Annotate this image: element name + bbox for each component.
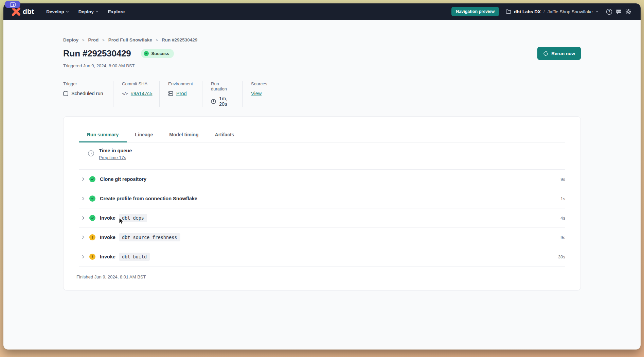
chevron-right-icon[interactable]: [81, 235, 85, 239]
chevron-right-icon[interactable]: [81, 177, 85, 181]
dbt-logo[interactable]: dbt: [12, 7, 34, 16]
settings-icon[interactable]: [625, 8, 632, 15]
step-command: dbt deps: [119, 214, 147, 222]
step-row-create-profile[interactable]: Create profile from connection Snowflake…: [79, 189, 565, 208]
svg-text:?: ?: [608, 10, 610, 14]
desktop-background: dbt Develop Deploy Explore Navigation pr…: [0, 0, 644, 357]
chevron-right-icon[interactable]: [81, 197, 85, 201]
step-row-clone-git[interactable]: Clone git repository 9s: [79, 170, 565, 189]
tab-run-summary[interactable]: Run summary: [79, 128, 127, 142]
step-duration: 1s: [560, 196, 565, 201]
tab-artifacts[interactable]: Artifacts: [207, 128, 243, 142]
breadcrumb-deploy[interactable]: Deploy: [63, 37, 78, 42]
top-navbar: dbt Develop Deploy Explore Navigation pr…: [3, 3, 641, 20]
finished-timestamp: Finished Jun 9, 2024, 8:01 AM BST: [76, 267, 565, 279]
timer-icon: [88, 150, 94, 158]
run-summary-card: Run summary Lineage Model timing Artifac…: [63, 116, 581, 290]
step-command: dbt source freshness: [119, 233, 180, 241]
queue-title: Time in queue: [99, 148, 132, 153]
screen-share-badge[interactable]: [5, 1, 20, 8]
step-command: dbt build: [119, 253, 150, 261]
environment-link[interactable]: Prod: [176, 91, 187, 96]
success-icon: [89, 196, 95, 202]
chevron-right-icon[interactable]: [81, 216, 85, 220]
meta-environment: Environment Prod: [159, 81, 202, 107]
project-name: Jaffle Shop Snowflake: [548, 9, 593, 14]
triggered-timestamp: Triggered Jun 9, 2024, 8:00 AM BST: [63, 63, 581, 68]
dbt-logo-icon: [12, 7, 20, 16]
success-icon: [89, 176, 95, 182]
meta-trigger: Trigger Scheduled run: [63, 81, 113, 107]
run-metadata: Trigger Scheduled run Commit SHA </> #: [63, 81, 581, 107]
success-icon: [144, 51, 149, 56]
folder-icon: [506, 9, 511, 14]
status-badge: Success: [141, 49, 174, 58]
rerun-now-button[interactable]: Rerun now: [537, 47, 581, 60]
code-icon: </>: [122, 91, 128, 96]
warning-icon: [89, 254, 95, 260]
breadcrumb-run: Run #292530429: [162, 37, 197, 42]
chevron-down-icon: [595, 10, 598, 13]
sources-view-link[interactable]: View: [251, 91, 262, 96]
step-row-dbt-deps[interactable]: Invoke dbt deps 4s: [79, 208, 565, 228]
step-label: Invoke: [100, 235, 115, 240]
tab-model-timing[interactable]: Model timing: [161, 128, 207, 142]
calendar-icon: [63, 91, 68, 96]
meta-commit-sha: Commit SHA </> #9a147c5: [113, 81, 159, 107]
dbt-logo-text: dbt: [23, 7, 34, 16]
step-label: Invoke: [100, 215, 115, 221]
meta-run-duration: Run duration 1m, 20s: [202, 81, 242, 107]
step-duration: 9s: [560, 235, 565, 240]
refresh-icon: [543, 51, 548, 56]
step-row-dbt-source-freshness[interactable]: Invoke dbt source freshness 9s: [79, 228, 565, 247]
step-label: Create profile from connection Snowflake: [100, 196, 197, 201]
nav-menu-deploy[interactable]: Deploy: [74, 3, 103, 20]
breadcrumb-job[interactable]: Prod Full Snowflake: [108, 37, 152, 42]
breadcrumb-prod[interactable]: Prod: [88, 37, 99, 42]
nav-menu-explore[interactable]: Explore: [103, 3, 130, 20]
meta-sources: Sources View: [242, 81, 274, 107]
prep-time-link[interactable]: Prep time 17s: [99, 155, 126, 160]
step-label: Clone git repository: [100, 176, 146, 182]
chevron-right-icon[interactable]: [81, 255, 85, 259]
step-duration: 4s: [560, 216, 565, 221]
account-switcher[interactable]: dbt Labs DX / Jaffle Shop Snowflake: [506, 9, 598, 14]
step-row-dbt-build[interactable]: Invoke dbt build 30s: [79, 247, 565, 267]
nav-menu-develop[interactable]: Develop: [41, 3, 74, 20]
tab-lineage[interactable]: Lineage: [127, 128, 161, 142]
navigation-preview-button[interactable]: Navigation preview: [451, 7, 499, 16]
help-icon[interactable]: ?: [606, 8, 612, 15]
step-duration: 30s: [558, 254, 565, 259]
success-icon: [89, 215, 95, 221]
step-duration: 9s: [560, 177, 565, 182]
breadcrumb: Deploy > Prod > Prod Full Snowflake > Ru…: [63, 20, 581, 42]
app-window: dbt Develop Deploy Explore Navigation pr…: [3, 3, 641, 350]
account-name: dbt Labs DX: [514, 9, 541, 14]
breadcrumb-separator: >: [82, 38, 84, 42]
environment-icon: [168, 91, 173, 96]
time-in-queue-section: Time in queue Prep time 17s: [79, 142, 565, 170]
screen-share-user-icon: [10, 2, 16, 7]
chevron-down-icon: [95, 10, 99, 13]
breadcrumb-separator: >: [102, 38, 104, 42]
warning-icon: [89, 234, 95, 240]
run-duration-value: 1m, 20s: [219, 96, 235, 107]
tab-bar: Run summary Lineage Model timing Artifac…: [79, 117, 565, 142]
page-title: Run #292530429: [63, 48, 131, 59]
trigger-value: Scheduled run: [71, 91, 103, 96]
chevron-down-icon: [66, 10, 69, 13]
breadcrumb-separator: >: [156, 38, 158, 42]
clock-icon: [211, 99, 216, 104]
commit-sha-link[interactable]: #9a147c5: [131, 91, 153, 96]
step-label: Invoke: [100, 254, 115, 259]
status-badge-label: Success: [151, 51, 169, 56]
run-detail-page: Deploy > Prod > Prod Full Snowflake > Ru…: [3, 20, 641, 290]
account-separator: /: [543, 9, 545, 14]
feedback-icon[interactable]: [615, 8, 622, 15]
